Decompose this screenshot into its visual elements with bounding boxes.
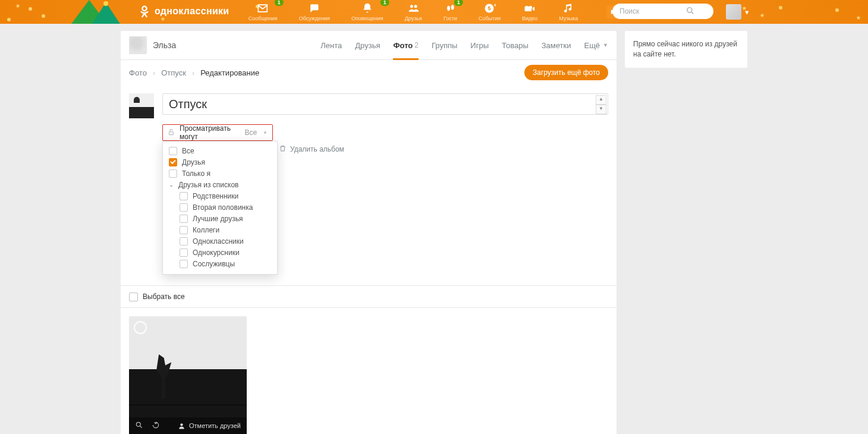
tab-more[interactable]: Ещё ▼ <box>584 31 608 59</box>
user-menu[interactable]: ▾ <box>726 4 749 20</box>
tab-notes[interactable]: Заметки <box>542 31 571 59</box>
checkbox-icon[interactable] <box>180 215 188 223</box>
nav-label: Друзья <box>405 15 422 21</box>
checkbox-icon[interactable] <box>180 260 188 268</box>
chat-icon <box>308 2 321 15</box>
option-label: Только я <box>182 169 210 178</box>
search-box[interactable] <box>612 4 713 19</box>
tab-photos[interactable]: Фото 2 <box>393 31 419 59</box>
upload-more-button[interactable]: Загрузить ещё фото <box>524 65 608 80</box>
option-label: Друзья <box>182 158 205 166</box>
crumb-current: Редактирование <box>200 68 259 77</box>
stepper-down-icon[interactable]: ▼ <box>596 105 606 114</box>
tab-photos-label: Фото <box>393 41 413 50</box>
five-plus-icon: 5+ <box>483 2 496 15</box>
site-logo[interactable]: одноклассники <box>138 5 229 18</box>
nav-messages[interactable]: 1 Сообщения <box>249 0 278 21</box>
svg-point-14 <box>687 7 692 12</box>
nav-label: События <box>479 15 501 21</box>
privacy-option-classmates[interactable]: Одноклассники <box>163 235 277 247</box>
profile-avatar-icon[interactable] <box>129 36 147 54</box>
privacy-option-relatives[interactable]: Родственники <box>163 190 277 202</box>
privacy-group-header[interactable]: ⌄ Друзья из списков <box>163 179 277 190</box>
svg-rect-15 <box>169 131 174 134</box>
privacy-value[interactable]: Все <box>244 128 257 137</box>
privacy-option-friends[interactable]: Друзья <box>163 156 277 168</box>
checkbox-icon[interactable] <box>180 226 188 234</box>
svg-point-12 <box>526 6 529 9</box>
checkbox-icon[interactable] <box>180 249 188 257</box>
checkbox-icon[interactable] <box>180 237 188 246</box>
crumb-album[interactable]: Отпуск <box>161 68 186 77</box>
select-all-row[interactable]: Выбрать все <box>121 286 617 308</box>
svg-point-3 <box>142 7 146 11</box>
sidebar: Прямо сейчас никого из друзей на сайте н… <box>625 31 747 68</box>
privacy-option-colleagues[interactable]: Коллеги <box>163 224 277 235</box>
chevron-right-icon: › <box>192 68 194 77</box>
delete-album-link[interactable]: Удалить альбом <box>279 144 344 154</box>
option-label: Родственники <box>193 192 238 200</box>
checkbox-icon[interactable] <box>129 293 138 301</box>
privacy-option-best[interactable]: Лучшие друзья <box>163 213 277 224</box>
svg-point-4 <box>410 5 413 8</box>
tag-friends-label: Отметить друзей <box>189 422 241 429</box>
nav-friends[interactable]: Друзья <box>405 0 422 21</box>
option-label: Все <box>182 147 194 155</box>
svg-point-16 <box>136 422 140 426</box>
profile-name[interactable]: Эльза <box>153 40 176 50</box>
privacy-option-comrades[interactable]: Сослуживцы <box>163 258 277 269</box>
checkbox-icon[interactable] <box>169 169 177 178</box>
photo-grid: Отметить друзей <box>121 308 617 434</box>
checkbox-icon[interactable] <box>180 192 188 200</box>
tab-groups[interactable]: Группы <box>432 31 457 59</box>
option-label: Друзья из списков <box>178 181 238 189</box>
svg-point-6 <box>447 6 450 11</box>
caret-down-icon: ▼ <box>263 130 268 136</box>
album-editor: ▲ ▼ Просматривать могут Все ▼ <box>121 85 617 434</box>
delete-album-label: Удалить альбом <box>290 145 344 153</box>
music-note-icon <box>562 2 575 15</box>
tab-friends[interactable]: Друзья <box>355 31 380 59</box>
chevron-down-icon: ▾ <box>745 8 749 17</box>
nav-guests[interactable]: 1 Гости <box>444 0 457 21</box>
checkbox-icon[interactable] <box>180 203 188 212</box>
tag-friends-button[interactable]: Отметить друзей <box>178 422 241 430</box>
checkbox-icon[interactable] <box>169 147 177 155</box>
rotate-icon[interactable] <box>152 421 160 430</box>
top-right <box>612 4 713 19</box>
option-label: Коллеги <box>193 226 219 234</box>
nav-label: Гости <box>444 15 457 21</box>
title-stepper[interactable]: ▲ ▼ <box>596 95 606 114</box>
tab-games[interactable]: Игры <box>470 31 489 59</box>
breadcrumb: Фото › Отпуск › Редактирование <box>129 68 259 77</box>
search-input[interactable] <box>618 7 686 16</box>
tab-market[interactable]: Товары <box>502 31 529 59</box>
nav-music[interactable]: Музыка <box>559 0 578 21</box>
tab-feed[interactable]: Лента <box>320 31 342 59</box>
ok-logo-icon <box>138 5 151 18</box>
svg-point-2 <box>103 1 108 6</box>
privacy-selector[interactable]: Просматривать могут Все ▼ <box>162 124 273 141</box>
stepper-up-icon[interactable]: ▲ <box>596 95 606 105</box>
badge: 1 <box>454 0 463 6</box>
top-bar: одноклассники 1 Сообщения Обсуждения 1 О… <box>0 0 868 24</box>
photo-thumb[interactable]: Отметить друзей <box>129 316 247 434</box>
album-title-input[interactable] <box>162 93 608 115</box>
privacy-option-all[interactable]: Все <box>163 145 277 156</box>
profile-tabs: Лента Друзья Фото 2 Группы Игры Товары З… <box>320 31 608 59</box>
nav-discussions[interactable]: Обсуждения <box>299 0 330 21</box>
privacy-option-partner[interactable]: Вторая половинка <box>163 202 277 213</box>
search-icon[interactable] <box>686 7 694 17</box>
svg-point-7 <box>451 5 454 10</box>
crumb-root[interactable]: Фото <box>129 68 147 77</box>
badge: 1 <box>275 0 284 6</box>
nav-video[interactable]: Видео <box>522 0 537 21</box>
nav-events[interactable]: 5+ События <box>479 0 501 21</box>
nav-notifications[interactable]: 1 Оповещения <box>351 0 383 21</box>
privacy-option-coursemates[interactable]: Однокурсники <box>163 247 277 258</box>
option-label: Лучшие друзья <box>193 215 243 223</box>
zoom-icon[interactable] <box>135 421 143 430</box>
privacy-option-only-me[interactable]: Только я <box>163 168 277 179</box>
select-circle-icon[interactable] <box>134 321 147 334</box>
checkbox-icon[interactable] <box>169 158 177 166</box>
